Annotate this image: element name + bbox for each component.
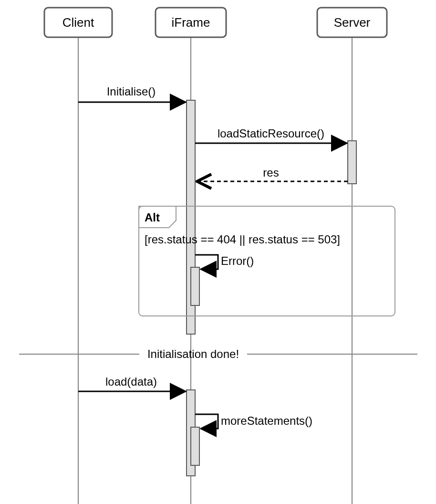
activation-server: [348, 141, 356, 184]
message-more: [195, 414, 218, 429]
participant-client: Client: [44, 8, 112, 37]
divider: Initialisation done!: [19, 347, 417, 360]
divider-label: Initialisation done!: [147, 347, 239, 360]
alt-guard: [res.status == 404 || res.status == 503]: [145, 233, 340, 246]
activation-iframe-error: [191, 267, 199, 305]
participant-server-label: Server: [334, 15, 371, 30]
participant-server: Server: [317, 8, 387, 37]
participant-iframe: iFrame: [156, 8, 226, 37]
participant-iframe-label: iFrame: [172, 15, 210, 30]
message-error-label: Error(): [221, 254, 254, 267]
message-initialise-label: Initialise(): [107, 85, 156, 98]
sequence-diagram: Client iFrame Server Initialise() loadSt…: [0, 0, 436, 504]
message-load-label: load(data): [105, 375, 157, 388]
message-loadstatic-label: loadStaticResource(): [218, 127, 324, 140]
participant-client-label: Client: [62, 15, 94, 30]
activation-iframe-more: [191, 427, 199, 465]
alt-label: Alt: [145, 211, 160, 224]
message-res-label: res: [263, 166, 279, 179]
svg-rect-3: [139, 206, 395, 316]
message-more-label: moreStatements(): [221, 414, 312, 427]
alt-fragment: Alt [res.status == 404 || res.status == …: [139, 206, 395, 316]
